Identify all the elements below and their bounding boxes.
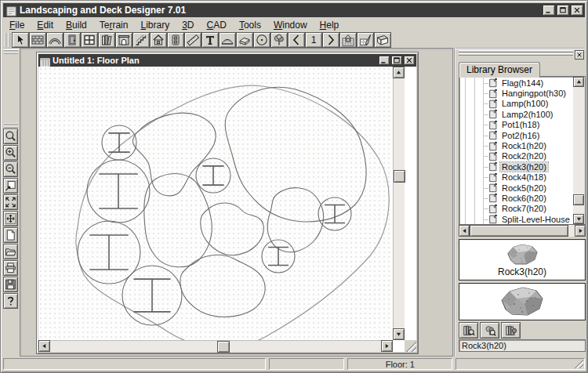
tree-item-rock5-h20-[interactable]: Rock5(h20): [459, 183, 573, 193]
help-button[interactable]: [3, 293, 18, 309]
plant-tool-button[interactable]: [270, 32, 288, 48]
garden-bed-1[interactable]: [225, 87, 366, 222]
plant-symbol-5[interactable]: [196, 158, 230, 193]
library-browse-button[interactable]: [501, 322, 521, 339]
minimize-button[interactable]: [543, 5, 555, 16]
open-plan-button[interactable]: [3, 244, 18, 259]
tree-scroll-down-button[interactable]: [573, 214, 584, 224]
menu-cad[interactable]: CAD: [201, 19, 233, 31]
tab-library-browser[interactable]: Library Browser: [459, 62, 540, 78]
tree-item-rock6-h20-[interactable]: Rock6(h20): [459, 193, 573, 203]
tree-scrollbar-thumb[interactable]: [573, 194, 584, 205]
menu-tools[interactable]: Tools: [233, 19, 267, 31]
tree-vertical-scrollbar[interactable]: [573, 77, 585, 224]
window-resize-grip[interactable]: [405, 340, 416, 352]
toolbar-grip[interactable]: [5, 33, 10, 47]
tree-hscrollbar-thumb[interactable]: [470, 225, 568, 237]
tree-item-lamp-h100-[interactable]: Lamp(h100): [459, 99, 573, 109]
tree-horizontal-scrollbar[interactable]: [459, 225, 586, 237]
scroll-right-button[interactable]: [381, 340, 393, 352]
menu-file[interactable]: File: [3, 19, 31, 31]
tree-scroll-right-button[interactable]: [575, 225, 586, 237]
save-button[interactable]: [3, 277, 18, 292]
tree-item-hangingpot-h30-[interactable]: Hangingpot(h30): [459, 88, 573, 98]
plant-symbol-4[interactable]: [122, 266, 182, 325]
tree-scroll-left-button[interactable]: [459, 225, 470, 237]
tree-item-rock2-h20-[interactable]: Rock2(h20): [459, 151, 573, 161]
wall-tool-button[interactable]: [29, 32, 46, 48]
vertical-scrollbar-thumb[interactable]: [394, 170, 405, 183]
curved-wall-tool-button[interactable]: [46, 32, 64, 48]
document-minimize-button[interactable]: [379, 56, 390, 65]
zoom-region-button[interactable]: [3, 178, 18, 194]
tree-item-rock4-h18-[interactable]: Rock4(h18): [459, 172, 573, 183]
tree-item-rock7-h20-[interactable]: Rock7(h20): [459, 204, 573, 214]
close-button[interactable]: [571, 5, 583, 16]
menu-edit[interactable]: Edit: [31, 19, 60, 31]
tree-scroll-up-button[interactable]: [573, 77, 584, 87]
house-wizard-button[interactable]: [150, 32, 167, 48]
floor-down-button[interactable]: [288, 32, 305, 48]
maximize-button[interactable]: [557, 5, 569, 16]
garden-bed-4[interactable]: [201, 203, 264, 255]
zoom-in-button[interactable]: [3, 145, 18, 161]
side-toolbar-grip-2[interactable]: [4, 123, 18, 128]
floor-plan-canvas[interactable]: [38, 67, 405, 340]
menu-window[interactable]: Window: [267, 19, 314, 31]
zoom-tool-button[interactable]: [3, 129, 18, 144]
menu-help[interactable]: Help: [314, 19, 346, 31]
document-titlebar[interactable]: Untitled 1: Floor Plan: [38, 54, 416, 67]
fireplace-tool-button[interactable]: [115, 32, 132, 48]
document-close-button[interactable]: [404, 56, 415, 65]
statusbar-resize-grip[interactable]: [575, 360, 583, 368]
text-tool-button[interactable]: [201, 32, 219, 48]
door-tool-button[interactable]: [64, 32, 81, 48]
library-search-button[interactable]: [459, 322, 478, 339]
overview-button[interactable]: [374, 32, 391, 48]
tree-item-pot1-h18-[interactable]: Pot1(h18): [459, 120, 573, 130]
print-button[interactable]: [3, 260, 18, 276]
dimension-tool-button[interactable]: [184, 32, 201, 48]
slab-tool-button[interactable]: [236, 32, 253, 48]
scroll-down-button[interactable]: [393, 328, 405, 340]
menu-terrain[interactable]: Terrain: [93, 19, 135, 31]
garden-bed-2[interactable]: [132, 113, 216, 196]
tree-item-pot2-h16-[interactable]: Pot2(h16): [459, 130, 573, 140]
electrical-tool-button[interactable]: [167, 32, 184, 48]
floor-indicator[interactable]: 1: [305, 32, 322, 48]
window-tool-button[interactable]: [81, 32, 98, 48]
reference-grid-button[interactable]: [339, 32, 357, 48]
window-titlebar[interactable]: Landscaping and Deck Designer 7.01: [3, 3, 585, 17]
tree-item-lamp2-h100-[interactable]: Lamp2(h100): [459, 109, 573, 119]
menu-build[interactable]: Build: [60, 19, 93, 31]
select-tool-button[interactable]: [12, 32, 29, 48]
vertical-scrollbar-track[interactable]: [393, 78, 405, 328]
garden-bed-5[interactable]: [267, 188, 323, 252]
horizontal-scrollbar-thumb[interactable]: [217, 341, 230, 353]
tree-item-rock1-h20-[interactable]: Rock1(h20): [459, 140, 573, 150]
cad-detail-button[interactable]: [357, 32, 374, 48]
document-maximize-button[interactable]: [391, 56, 402, 65]
plant-symbol-2[interactable]: [87, 160, 150, 223]
plant-symbol-6[interactable]: [262, 240, 295, 273]
cabinet-tool-button[interactable]: [98, 32, 115, 48]
scroll-up-button[interactable]: [393, 67, 405, 78]
floor-plan-drawing[interactable]: [38, 67, 405, 340]
library-panel-close-button[interactable]: [575, 50, 584, 60]
stairs-tool-button[interactable]: [132, 32, 150, 48]
plant-symbol-1[interactable]: [102, 125, 136, 160]
horizontal-scrollbar-track[interactable]: [50, 340, 381, 352]
menu-library[interactable]: Library: [134, 19, 176, 31]
tree-item-rock3-h20-[interactable]: Rock3(h20): [459, 161, 573, 172]
new-plan-button[interactable]: [3, 227, 18, 243]
library-panel-grip[interactable]: [459, 50, 584, 60]
floor-up-button[interactable]: [322, 32, 339, 48]
tree-item-flag-h144-[interactable]: Flag(h144): [459, 78, 573, 88]
tree-item-split-level-house[interactable]: Split-Level-House: [459, 214, 573, 224]
pan-button[interactable]: [3, 211, 18, 226]
plant-finder-button[interactable]: [480, 322, 499, 339]
sprinkler-tool-button[interactable]: [253, 32, 270, 48]
terrain-tool-button[interactable]: [219, 32, 236, 48]
scroll-left-button[interactable]: [38, 340, 50, 352]
fill-window-button[interactable]: [3, 194, 18, 210]
